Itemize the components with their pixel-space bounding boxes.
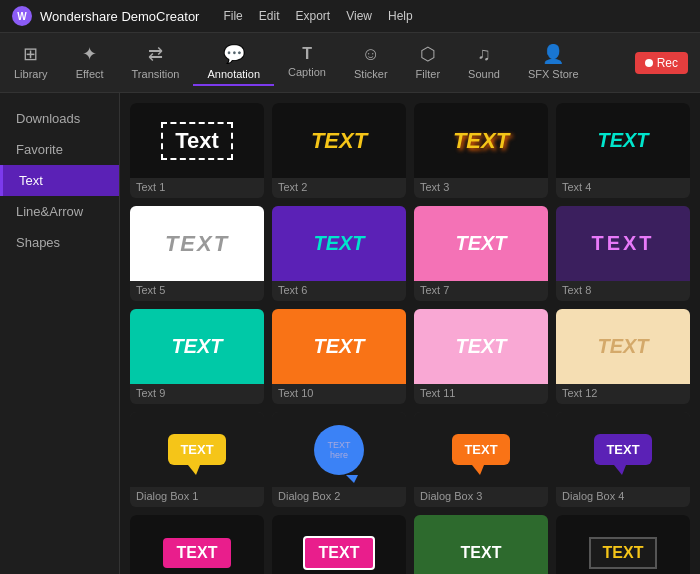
preview-b3-content: TEXT — [461, 544, 502, 562]
card-text1[interactable]: Text Text 1 — [130, 103, 264, 198]
card-text5[interactable]: TEXT Text 5 — [130, 206, 264, 301]
rec-dot — [645, 59, 653, 67]
card-text3[interactable]: TEXT Text 3 — [414, 103, 548, 198]
label-text3: Text 3 — [414, 178, 548, 198]
preview-text3-content: TEXT — [453, 128, 509, 154]
titlebar: W Wondershare DemoCreator File Edit Expo… — [0, 0, 700, 33]
preview-db4: TEXT — [556, 412, 690, 487]
card-text10[interactable]: TEXT Text 10 — [272, 309, 406, 404]
rec-button[interactable]: Rec — [635, 52, 688, 74]
preview-b1: TEXT — [130, 515, 264, 574]
annotation-icon: 💬 — [223, 43, 245, 65]
preview-text11: TEXT — [414, 309, 548, 384]
toolbar-effect-label: Effect — [76, 68, 104, 80]
main-layout: Downloads Favorite Text Line&Arrow Shape… — [0, 93, 700, 574]
card-b1[interactable]: TEXT — [130, 515, 264, 574]
label-text4: Text 4 — [556, 178, 690, 198]
card-text12[interactable]: TEXT Text 12 — [556, 309, 690, 404]
preview-b2: TEXT — [272, 515, 406, 574]
app-title: Wondershare DemoCreator — [40, 9, 199, 24]
menu-file[interactable]: File — [223, 9, 242, 23]
preview-db2: TEXThere — [272, 412, 406, 487]
sidebar-item-shapes[interactable]: Shapes — [0, 227, 119, 258]
preview-db1: TEXT — [130, 412, 264, 487]
db1-bubble: TEXT — [168, 434, 225, 465]
effect-icon: ✦ — [82, 43, 97, 65]
card-db1[interactable]: TEXT Dialog Box 1 — [130, 412, 264, 507]
card-db4[interactable]: TEXT Dialog Box 4 — [556, 412, 690, 507]
db4-bubble: TEXT — [594, 434, 651, 465]
preview-text3: TEXT — [414, 103, 548, 178]
sfxstore-icon: 👤 — [542, 43, 564, 65]
card-text2[interactable]: TEXT Text 2 — [272, 103, 406, 198]
label-db2: Dialog Box 2 — [272, 487, 406, 507]
app-logo: W — [12, 6, 32, 26]
card-text6[interactable]: TEXT Text 6 — [272, 206, 406, 301]
toolbar-sfxstore[interactable]: 👤 SFX Store — [514, 39, 593, 86]
label-db3: Dialog Box 3 — [414, 487, 548, 507]
card-text8[interactable]: TEXT Text 8 — [556, 206, 690, 301]
toolbar-effect[interactable]: ✦ Effect — [62, 39, 118, 86]
card-text7[interactable]: TEXT Text 7 — [414, 206, 548, 301]
label-db4: Dialog Box 4 — [556, 487, 690, 507]
preview-b3: TEXT — [414, 515, 548, 574]
menu-view[interactable]: View — [346, 9, 372, 23]
sidebar-item-text[interactable]: Text — [0, 165, 119, 196]
toolbar-sound-label: Sound — [468, 68, 500, 80]
label-text11: Text 11 — [414, 384, 548, 404]
preview-text10: TEXT — [272, 309, 406, 384]
menu-help[interactable]: Help — [388, 9, 413, 23]
toolbar-filter[interactable]: ⬡ Filter — [402, 39, 454, 86]
toolbar-caption[interactable]: T Caption — [274, 41, 340, 84]
toolbar-annotation[interactable]: 💬 Annotation — [193, 39, 274, 86]
sidebar-item-favorite[interactable]: Favorite — [0, 134, 119, 165]
filter-icon: ⬡ — [420, 43, 436, 65]
transition-icon: ⇄ — [148, 43, 163, 65]
preview-text2: TEXT — [272, 103, 406, 178]
preview-text8-content: TEXT — [591, 232, 654, 255]
card-b2[interactable]: TEXT — [272, 515, 406, 574]
preview-text7-content: TEXT — [455, 232, 506, 255]
label-text12: Text 12 — [556, 384, 690, 404]
preview-text4: TEXT — [556, 103, 690, 178]
preview-text12-content: TEXT — [597, 335, 648, 358]
card-text9[interactable]: TEXT Text 9 — [130, 309, 264, 404]
preview-text9: TEXT — [130, 309, 264, 384]
preview-text6: TEXT — [272, 206, 406, 281]
preview-text5: TEXT — [130, 206, 264, 281]
preview-text2-content: TEXT — [311, 128, 367, 154]
toolbar-sticker-label: Sticker — [354, 68, 388, 80]
preview-text4-content: TEXT — [597, 129, 648, 152]
caption-icon: T — [302, 45, 312, 63]
rec-label: Rec — [657, 56, 678, 70]
sidebar-item-downloads[interactable]: Downloads — [0, 103, 119, 134]
card-b4[interactable]: TEXT — [556, 515, 690, 574]
toolbar-transition[interactable]: ⇄ Transition — [118, 39, 194, 86]
card-text4[interactable]: TEXT Text 4 — [556, 103, 690, 198]
toolbar: ⊞ Library ✦ Effect ⇄ Transition 💬 Annota… — [0, 33, 700, 93]
toolbar-library[interactable]: ⊞ Library — [0, 39, 62, 86]
db3-bubble: TEXT — [452, 434, 509, 465]
menu-edit[interactable]: Edit — [259, 9, 280, 23]
sidebar: Downloads Favorite Text Line&Arrow Shape… — [0, 93, 120, 574]
card-b3[interactable]: TEXT — [414, 515, 548, 574]
preview-text9-content: TEXT — [171, 335, 222, 358]
preview-b4-content: TEXT — [589, 537, 658, 569]
preview-text12: TEXT — [556, 309, 690, 384]
card-text11[interactable]: TEXT Text 11 — [414, 309, 548, 404]
sidebar-item-linearrow[interactable]: Line&Arrow — [0, 196, 119, 227]
preview-text6-content: TEXT — [313, 232, 364, 255]
label-text8: Text 8 — [556, 281, 690, 301]
card-db3[interactable]: TEXT Dialog Box 3 — [414, 412, 548, 507]
preview-text5-content: TEXT — [165, 231, 229, 257]
menu-export[interactable]: Export — [295, 9, 330, 23]
preview-db3: TEXT — [414, 412, 548, 487]
toolbar-library-label: Library — [14, 68, 48, 80]
preview-b1-content: TEXT — [163, 538, 232, 568]
toolbar-sound[interactable]: ♫ Sound — [454, 40, 514, 86]
preview-text1: Text — [130, 103, 264, 178]
toolbar-sticker[interactable]: ☺ Sticker — [340, 40, 402, 86]
label-text10: Text 10 — [272, 384, 406, 404]
annotation-grid: Text Text 1 TEXT Text 2 TEXT Text 3 — [130, 103, 690, 574]
card-db2[interactable]: TEXThere Dialog Box 2 — [272, 412, 406, 507]
